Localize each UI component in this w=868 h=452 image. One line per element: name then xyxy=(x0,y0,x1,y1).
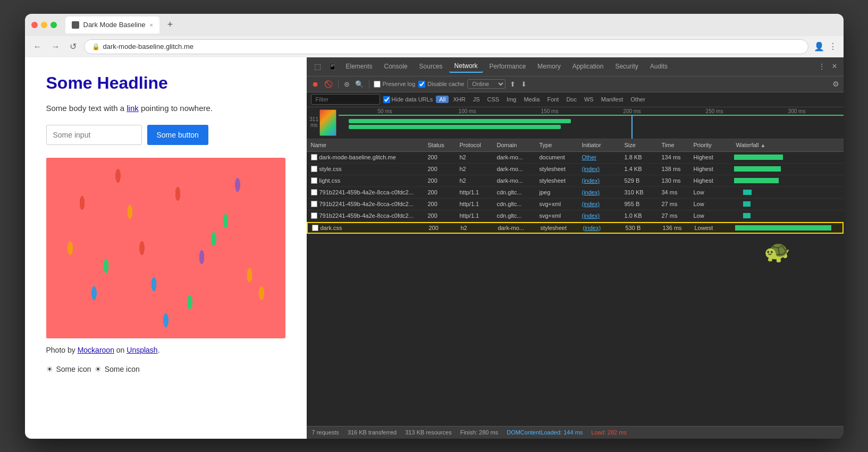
tab-application[interactable]: Application xyxy=(567,61,609,72)
filter-button[interactable]: ⊛ xyxy=(343,79,351,89)
back-button[interactable]: ← xyxy=(31,41,44,53)
column-header-waterfall[interactable]: Waterfall ▲ xyxy=(732,142,844,148)
sun-icon-1: ☀ xyxy=(46,365,53,373)
download-icon[interactable]: ⬇ xyxy=(520,79,528,89)
row-6-protocol: http/1.1 xyxy=(456,212,493,219)
filter-xhr-button[interactable]: XHR xyxy=(450,96,468,103)
column-header-status[interactable]: Status xyxy=(424,142,456,148)
filter-doc-button[interactable]: Doc xyxy=(563,96,580,103)
filter-css-button[interactable]: CSS xyxy=(484,96,502,103)
tab-performance[interactable]: Performance xyxy=(484,61,532,72)
status-dom-content-loaded[interactable]: DOMContentLoaded: 144 ms xyxy=(507,429,583,436)
filter-font-button[interactable]: Font xyxy=(544,96,562,103)
tab-audits[interactable]: Audits xyxy=(645,61,673,72)
forward-button[interactable]: → xyxy=(49,41,62,53)
table-row[interactable]: dark-mode-baseline.glitch.me 200 h2 dark… xyxy=(307,152,844,164)
column-header-time[interactable]: Time xyxy=(658,142,689,148)
table-row-highlighted[interactable]: dark.css 200 h2 dark-mo... stylesheet (i… xyxy=(307,222,844,234)
timeline-thumbnail xyxy=(319,109,336,136)
table-row[interactable]: 791b2241-459b-4a2e-8cca-c0fdc2... 200 ht… xyxy=(307,199,844,210)
hide-data-urls-label[interactable]: Hide data URLs xyxy=(383,96,433,103)
filter-input[interactable] xyxy=(311,94,380,105)
filter-js-button[interactable]: JS xyxy=(470,96,483,103)
close-button[interactable] xyxy=(31,22,38,28)
timeline-dom-content-loaded-marker xyxy=(631,115,633,139)
column-header-protocol[interactable]: Protocol xyxy=(456,142,493,148)
table-row[interactable]: 791b2241-459b-4a2e-8cca-c0fdc2... 200 ht… xyxy=(307,210,844,222)
row-4-initiator[interactable]: (index) xyxy=(578,189,620,195)
column-header-initiator[interactable]: Initiator xyxy=(578,142,620,148)
page-input[interactable] xyxy=(46,125,142,145)
row-3-name: light.css xyxy=(307,177,424,184)
column-header-type[interactable]: Type xyxy=(535,142,578,148)
search-button[interactable]: 🔍 xyxy=(354,79,365,89)
network-settings-button[interactable]: ⚙ xyxy=(832,80,839,88)
table-row[interactable]: light.css 200 h2 dark-mo... stylesheet (… xyxy=(307,175,844,187)
tab-memory[interactable]: Memory xyxy=(532,61,566,72)
menu-icon[interactable]: ⋮ xyxy=(829,41,837,52)
row-1-icon xyxy=(311,154,317,160)
tab-console[interactable]: Console xyxy=(379,61,413,72)
row-2-domain: dark-mo... xyxy=(493,166,535,172)
disable-cache-label[interactable]: Disable cache xyxy=(418,81,464,88)
row-4-protocol: http/1.1 xyxy=(456,189,493,195)
disable-cache-checkbox[interactable] xyxy=(418,81,425,88)
inspect-element-button[interactable]: ⬚ xyxy=(311,59,325,73)
row-1-waterfall-bar xyxy=(734,155,783,160)
row-2-initiator[interactable]: (index) xyxy=(578,166,620,172)
throttle-select[interactable]: Online Fast 3G Slow 3G Offline xyxy=(467,79,505,89)
column-header-size[interactable]: Size xyxy=(620,142,658,148)
record-button[interactable]: ⏺ xyxy=(311,79,320,89)
row-2-status: 200 xyxy=(424,166,456,172)
hide-data-urls-checkbox[interactable] xyxy=(383,96,390,103)
minimize-button[interactable] xyxy=(41,22,47,28)
status-load[interactable]: Load: 282 ms xyxy=(591,429,627,436)
row-1-domain: dark-mo... xyxy=(493,154,535,160)
device-toolbar-button[interactable]: 📱 xyxy=(326,59,340,73)
profile-icon[interactable]: 👤 xyxy=(814,41,824,52)
refresh-button[interactable]: ↺ xyxy=(68,40,79,53)
body-link[interactable]: link xyxy=(127,104,139,113)
maximize-button[interactable] xyxy=(50,22,57,28)
clear-button[interactable]: 🚫 xyxy=(323,79,334,89)
upload-icon[interactable]: ⬆ xyxy=(509,79,517,89)
row-3-protocol: h2 xyxy=(456,177,493,184)
filter-img-button[interactable]: Img xyxy=(503,96,519,103)
photo-credit-middle: on xyxy=(114,346,127,354)
filter-other-button[interactable]: Other xyxy=(627,96,648,103)
table-row[interactable]: 791b2241-459b-4a2e-8cca-c0fdc2... 200 ht… xyxy=(307,187,844,199)
table-row[interactable]: style.css 200 h2 dark-mo... stylesheet (… xyxy=(307,164,844,175)
filter-media-button[interactable]: Media xyxy=(520,96,543,103)
column-header-domain[interactable]: Domain xyxy=(493,142,535,148)
network-table[interactable]: Name Status Protocol Domain Type Initiat… xyxy=(307,139,844,426)
page-button[interactable]: Some button xyxy=(147,125,208,145)
tab-elements[interactable]: Elements xyxy=(341,61,378,72)
preserve-log-checkbox[interactable] xyxy=(374,81,381,88)
filter-all-button[interactable]: All xyxy=(436,96,449,103)
tab-network[interactable]: Network xyxy=(449,60,483,73)
filter-manifest-button[interactable]: Manifest xyxy=(598,96,627,103)
preserve-log-label[interactable]: Preserve log xyxy=(374,81,416,88)
row-6-initiator[interactable]: (index) xyxy=(578,212,620,219)
browser-tab[interactable]: Dark Mode Baseline × xyxy=(65,16,160,33)
row-4-waterfall xyxy=(732,187,844,198)
devtools-close-button[interactable]: × xyxy=(830,62,839,71)
tab-close-button[interactable]: × xyxy=(150,22,153,28)
filter-ws-button[interactable]: WS xyxy=(581,96,597,103)
column-header-priority[interactable]: Priority xyxy=(689,142,732,148)
row-7-initiator[interactable]: (index) xyxy=(579,225,621,231)
row-5-status: 200 xyxy=(424,201,456,207)
column-header-name[interactable]: Name xyxy=(307,142,424,148)
new-tab-button[interactable]: + xyxy=(164,19,176,31)
tab-sources[interactable]: Sources xyxy=(414,61,448,72)
tab-security[interactable]: Security xyxy=(610,61,643,72)
filter-type-buttons: All XHR JS CSS Img Media Font Doc WS Man… xyxy=(436,96,648,103)
photo-credit-site[interactable]: Unsplash xyxy=(127,346,157,354)
devtools-more-button[interactable]: ⋮ xyxy=(815,59,829,73)
traffic-lights xyxy=(31,22,57,28)
row-3-initiator[interactable]: (index) xyxy=(578,177,620,184)
row-5-initiator[interactable]: (index) xyxy=(578,201,620,207)
address-input[interactable]: 🔒 dark-mode-baseline.glitch.me xyxy=(84,39,808,54)
photo-credit-author[interactable]: Mockaroon xyxy=(78,346,114,354)
row-1-initiator[interactable]: Other xyxy=(578,154,620,160)
